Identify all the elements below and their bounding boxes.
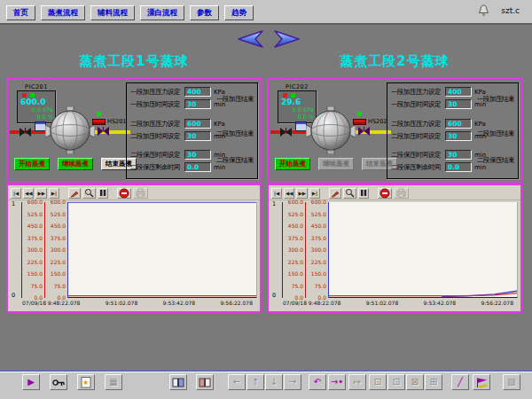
stop-button[interactable] (378, 188, 392, 199)
step-back-button[interactable]: ◀◀ (23, 188, 34, 199)
outlet-valve-icon[interactable] (357, 126, 371, 137)
login-key-button[interactable] (50, 374, 67, 390)
setting-value-field[interactable]: 0.0 (445, 162, 472, 172)
outlet-pipe (90, 130, 130, 134)
menu-item-auxiliary-process[interactable]: 辅料流程 (90, 5, 135, 20)
step-back-button[interactable]: ◀◀ (284, 188, 294, 199)
new-screen-button[interactable]: ★ (77, 374, 95, 390)
trend-toolbar: |◀◀◀▶▶▶| (269, 185, 520, 200)
setting-value-field[interactable]: 30 (445, 150, 472, 160)
menu-item-trend[interactable]: 趋势 (224, 5, 254, 20)
step-forward-button[interactable]: ▶▶ (35, 188, 46, 199)
menu-item-bleaching-process[interactable]: 漂白流程 (140, 5, 184, 20)
y-tick-label: 525.0 (306, 212, 326, 217)
menu-item-home[interactable]: 首页 (6, 5, 35, 20)
print-button (394, 188, 409, 199)
stop-button[interactable] (117, 188, 131, 199)
steam-ball[interactable] (306, 106, 356, 154)
trend-chart-2: |◀◀◀▶▶▶| 10 600.0525.0450.0375.0300.0225… (267, 184, 522, 313)
stage-status-label: 一段加压结束 (216, 95, 254, 104)
setting-row: 一段加压压力设定400KPa (391, 87, 486, 97)
alarm-bell-icon[interactable] (477, 4, 490, 17)
setting-value-field[interactable]: 400 (445, 87, 472, 97)
zoom-button[interactable] (82, 188, 96, 199)
setting-value-field[interactable]: 30 (445, 131, 472, 141)
run-button[interactable]: ▶ (22, 374, 40, 390)
setting-value-field[interactable]: 30 (184, 150, 211, 160)
step-forward-button[interactable]: ▶▶ (296, 188, 307, 199)
setting-value-field[interactable]: 0.0 (184, 162, 211, 172)
stage-status-label: 二段保压结束 (216, 156, 254, 165)
y-tick-label: 450.0 (22, 223, 43, 229)
go-first-button[interactable]: |◀ (271, 188, 282, 199)
chart-area: 10 600.0525.0450.0375.0300.0225.0150.075… (8, 200, 260, 298)
setpoint-value: 600.0 (20, 98, 53, 106)
outlet-valve-icon[interactable] (97, 126, 110, 137)
graph-library-button[interactable] (196, 374, 214, 390)
y-axis-left: 600.0525.0450.0375.0300.0225.0150.075.00… (22, 200, 44, 301)
svg-text:★: ★ (82, 379, 89, 387)
setting-value-field[interactable]: 400 (184, 87, 211, 97)
setting-row: 一段加压时间设定30min (130, 99, 225, 109)
setting-row: 二段保压剩余时间0.0min (391, 162, 486, 172)
plot-area[interactable] (68, 202, 257, 298)
annotate-pen-button[interactable] (329, 188, 341, 199)
annotate-pen-button[interactable] (68, 188, 81, 199)
close-window-button: ⊠ (406, 374, 424, 390)
pen-axis-label: 1 (12, 200, 15, 207)
pen-axis-label: 0 (272, 292, 276, 299)
time-axis: 07/09/18 9:48:22.0789:51:02.0789:53:42.0… (269, 298, 520, 310)
nav-down-button: ↓ (265, 374, 283, 390)
y-tick-label: 525.0 (22, 212, 43, 217)
prev-page-button[interactable] (234, 28, 264, 50)
menu-item-cooking-process[interactable]: 蒸煮流程 (41, 5, 85, 20)
setting-value-field[interactable]: 600 (184, 119, 211, 129)
zoom-button[interactable] (343, 188, 356, 199)
setting-label: 二段加压压力设定 (391, 120, 445, 129)
inlet-valve-icon[interactable] (19, 127, 32, 137)
go-last-button[interactable]: ▶| (49, 188, 59, 199)
settings-panel: 一段加压压力设定400KPa一段加压时间设定30min二段加压压力设定600KP… (387, 82, 519, 179)
y-tick-label: 150.0 (283, 271, 303, 277)
y-tick-label: 300.0 (45, 247, 66, 253)
relation-2-button: ⊡ (387, 374, 405, 390)
setting-value-field[interactable]: 30 (445, 99, 472, 109)
setting-value-field[interactable]: 30 (184, 99, 211, 109)
draw-pen-button[interactable]: ╱ (451, 374, 469, 390)
go-last-button[interactable]: ▶| (309, 188, 320, 199)
setting-label: 一段加压压力设定 (391, 88, 445, 97)
y-tick-label: 75.0 (22, 284, 43, 289)
setting-value-field[interactable]: 600 (445, 119, 472, 129)
x-tick-label: 07/09/18 9:48:22.078 (283, 300, 340, 310)
setting-row: 一段加压压力设定400KPa (130, 87, 225, 97)
y-tick-label: 225.0 (45, 260, 66, 265)
setting-value-field[interactable]: 30 (184, 131, 211, 141)
toolbox-flag-button[interactable] (473, 374, 490, 390)
setting-label: 一段加压时间设定 (130, 100, 184, 109)
corner-label: szt.c (501, 6, 520, 15)
start-cooking-button[interactable]: 开始蒸煮 (14, 158, 50, 170)
inlet-valve-icon[interactable] (279, 127, 293, 137)
main-menu: 首页蒸煮流程辅料流程漂白流程参数趋势 (6, 5, 254, 20)
next-page-button[interactable] (273, 28, 303, 50)
y-tick-label: 600.0 (283, 200, 303, 205)
steam-ball[interactable] (45, 106, 95, 154)
continue-cooking-button[interactable]: 继续蒸煮 (58, 158, 93, 170)
y-tick-label: 450.0 (45, 223, 66, 229)
undo-button[interactable]: ↶ (309, 374, 326, 390)
nav-left-button: ← (228, 374, 246, 390)
setting-unit: KPa (214, 121, 225, 128)
word-library-button[interactable] (169, 374, 187, 390)
start-cooking-button[interactable]: 开始蒸煮 (275, 158, 310, 170)
cooking-panel-2: PIC202 29.6 0.0KPa 0.0% HS202 (267, 78, 522, 183)
pause-button[interactable] (358, 188, 369, 199)
menu-item-parameters[interactable]: 参数 (190, 5, 219, 20)
go-first-button[interactable]: |◀ (11, 188, 21, 199)
section-title-1: 蒸煮工段1号蒸球 (6, 53, 262, 70)
cooking-buttons: 开始蒸煮继续蒸煮结束蒸煮 (14, 158, 137, 170)
y-axis-left: 600.0525.0450.0375.0300.0225.0150.075.00… (283, 200, 305, 301)
plot-area[interactable] (329, 202, 518, 298)
y-tick-label: 300.0 (306, 247, 326, 253)
pause-button[interactable] (98, 188, 108, 199)
goto-next-button[interactable]: →• (328, 374, 346, 390)
